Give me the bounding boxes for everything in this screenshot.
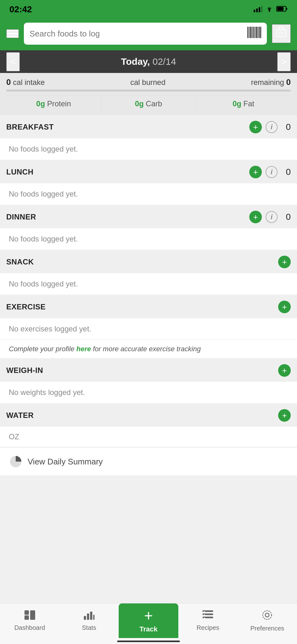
exercise-section: EXERCISE + No exercises logged yet. Comp… bbox=[0, 296, 297, 358]
breakfast-add-button[interactable]: + bbox=[249, 121, 262, 133]
dashboard-icon bbox=[24, 610, 35, 622]
weighin-title: WEIGH-IN bbox=[6, 366, 274, 375]
svg-rect-10 bbox=[250, 27, 251, 38]
stats-icon bbox=[84, 610, 94, 622]
svg-rect-17 bbox=[261, 27, 261, 38]
nav-preferences[interactable]: Preferences bbox=[238, 603, 297, 638]
cart-icon bbox=[275, 26, 288, 42]
recipes-icon bbox=[202, 610, 213, 622]
weighin-add-button[interactable]: + bbox=[278, 364, 291, 377]
date-nav-title: Today, 02/14 bbox=[121, 56, 176, 67]
lunch-section: LUNCH + i 0 No foods logged yet. bbox=[0, 161, 297, 205]
dinner-info-button[interactable]: i bbox=[266, 211, 278, 223]
status-icons bbox=[254, 5, 288, 14]
svg-rect-2 bbox=[259, 7, 260, 12]
svg-rect-7 bbox=[286, 8, 287, 10]
dinner-header: DINNER + i 0 bbox=[0, 206, 297, 228]
bottom-nav: Dashboard Stats + Track bbox=[0, 603, 297, 644]
svg-rect-9 bbox=[249, 27, 250, 38]
nav-dashboard-label: Dashboard bbox=[14, 624, 45, 631]
exercise-add-button[interactable]: + bbox=[278, 301, 291, 313]
weighin-section: WEIGH-IN + No weights logged yet. bbox=[0, 359, 297, 403]
svg-point-4 bbox=[269, 10, 270, 12]
search-input[interactable] bbox=[30, 29, 244, 39]
svg-rect-0 bbox=[254, 10, 255, 12]
water-section: WATER + OZ bbox=[0, 404, 297, 447]
svg-rect-14 bbox=[256, 27, 257, 38]
svg-rect-6 bbox=[277, 7, 284, 11]
svg-rect-27 bbox=[87, 613, 89, 620]
exercise-note: Complete your profile here for more accu… bbox=[0, 340, 297, 358]
nav-track-label: Track bbox=[139, 625, 158, 633]
barcode-icon[interactable] bbox=[247, 27, 261, 41]
svg-rect-33 bbox=[204, 611, 205, 613]
cal-burned: cal burned bbox=[130, 78, 165, 87]
breakfast-calories: 0 bbox=[281, 122, 291, 132]
svg-rect-25 bbox=[30, 610, 35, 620]
macro-carb: 0g Carb bbox=[101, 95, 196, 113]
breakfast-header: BREAKFAST + i 0 bbox=[0, 116, 297, 138]
nav-track[interactable]: + Track bbox=[119, 603, 178, 638]
water-title: WATER bbox=[6, 411, 274, 420]
breakfast-title: BREAKFAST bbox=[6, 123, 246, 131]
svg-rect-15 bbox=[258, 27, 259, 38]
wifi-icon bbox=[265, 5, 274, 14]
breakfast-section: BREAKFAST + i 0 No foods logged yet. bbox=[0, 116, 297, 160]
pie-chart-icon bbox=[9, 455, 23, 469]
date-nav: < Today, 02/14 > bbox=[0, 50, 297, 73]
next-date-button[interactable]: > bbox=[277, 52, 291, 71]
cart-button[interactable] bbox=[272, 24, 291, 43]
nav-recipes[interactable]: Recipes bbox=[178, 603, 238, 638]
nav-preferences-label: Preferences bbox=[250, 625, 284, 632]
search-bar[interactable] bbox=[24, 23, 267, 45]
menu-button[interactable] bbox=[6, 29, 19, 38]
exercise-profile-link[interactable]: here bbox=[76, 345, 91, 353]
snack-header: SNACK + bbox=[0, 251, 297, 273]
snack-empty: No foods logged yet. bbox=[0, 273, 297, 295]
svg-rect-28 bbox=[90, 612, 92, 620]
svg-point-36 bbox=[265, 613, 269, 617]
nav-items: Dashboard Stats + Track bbox=[0, 603, 297, 638]
status-time: 02:42 bbox=[9, 4, 32, 14]
daily-summary-label: View Daily Summary bbox=[28, 457, 103, 467]
breakfast-empty: No foods logged yet. bbox=[0, 138, 297, 160]
prev-date-button[interactable]: < bbox=[6, 52, 20, 71]
water-unit: OZ bbox=[0, 427, 297, 447]
date-today-label: Today, bbox=[121, 56, 150, 67]
snack-title: SNACK bbox=[6, 258, 274, 266]
svg-rect-26 bbox=[84, 616, 86, 620]
svg-rect-29 bbox=[93, 615, 94, 620]
water-add-button[interactable]: + bbox=[278, 409, 291, 422]
dinner-calories: 0 bbox=[281, 212, 291, 222]
snack-add-button[interactable]: + bbox=[278, 256, 291, 268]
dinner-empty: No foods logged yet. bbox=[0, 228, 297, 250]
svg-rect-13 bbox=[255, 27, 256, 38]
svg-rect-16 bbox=[259, 27, 260, 38]
nav-dashboard[interactable]: Dashboard bbox=[0, 603, 59, 638]
svg-rect-8 bbox=[247, 27, 248, 38]
dinner-add-button[interactable]: + bbox=[249, 211, 262, 223]
breakfast-info-button[interactable]: i bbox=[266, 121, 278, 133]
lunch-calories: 0 bbox=[281, 167, 291, 177]
macro-fat: 0g Fat bbox=[196, 95, 291, 113]
lunch-info-button[interactable]: i bbox=[266, 166, 278, 178]
daily-summary-button[interactable]: View Daily Summary bbox=[0, 448, 297, 476]
track-icon: + bbox=[144, 608, 153, 623]
cal-intake: 0 cal intake bbox=[6, 77, 45, 87]
svg-rect-24 bbox=[24, 610, 29, 615]
nav-stats[interactable]: Stats bbox=[59, 603, 119, 638]
status-bar: 02:42 bbox=[0, 0, 297, 19]
macro-row: 0g Protein 0g Carb 0g Fat bbox=[6, 95, 291, 113]
signal-icon bbox=[254, 5, 262, 14]
header bbox=[0, 19, 297, 50]
svg-point-37 bbox=[263, 611, 272, 619]
home-indicator bbox=[117, 641, 180, 642]
lunch-add-button[interactable]: + bbox=[249, 166, 262, 178]
lunch-header: LUNCH + i 0 bbox=[0, 161, 297, 183]
lunch-title: LUNCH bbox=[6, 168, 246, 176]
cal-remaining: remaining 0 bbox=[251, 77, 291, 87]
dinner-section: DINNER + i 0 No foods logged yet. bbox=[0, 206, 297, 250]
svg-rect-3 bbox=[261, 6, 262, 12]
exercise-header: EXERCISE + bbox=[0, 296, 297, 318]
dinner-title: DINNER bbox=[6, 213, 246, 221]
